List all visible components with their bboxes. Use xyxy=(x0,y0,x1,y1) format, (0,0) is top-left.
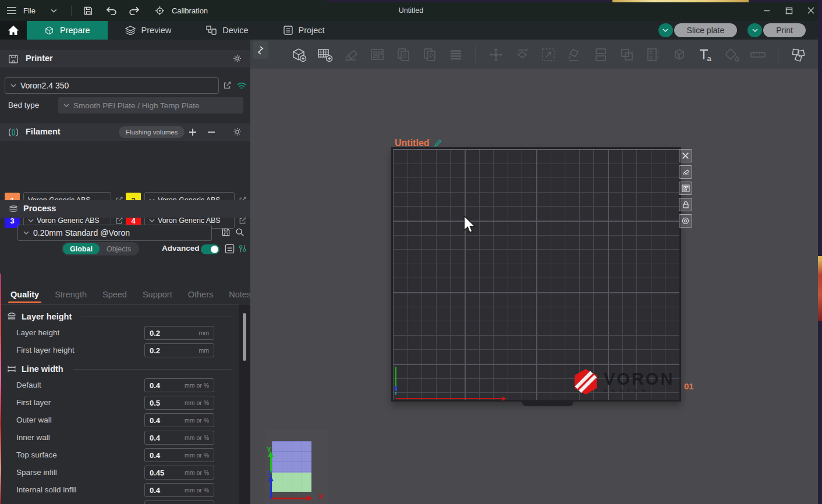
device-icon xyxy=(206,26,217,35)
param-input[interactable]: 0.4mm or % xyxy=(144,448,214,462)
process-tab-strength[interactable]: Strength xyxy=(55,290,87,299)
chevron-down-icon[interactable] xyxy=(747,23,762,37)
tab-device[interactable]: Device xyxy=(189,21,265,40)
param-row: Support0.4mm or % xyxy=(0,501,239,504)
param-input[interactable]: 0.45mm or % xyxy=(144,466,214,480)
calibration-icon[interactable] xyxy=(155,6,165,16)
project-icon xyxy=(284,26,293,35)
print-button[interactable]: Print xyxy=(747,23,806,37)
scrollbar-track[interactable] xyxy=(239,305,250,504)
rotate-button xyxy=(511,44,533,66)
orient-plate-button[interactable] xyxy=(679,165,692,179)
compare-presets-icon[interactable] xyxy=(238,244,247,254)
desktop-edge-right xyxy=(818,0,822,504)
save-preset-icon[interactable] xyxy=(221,228,231,237)
toolbar-separator xyxy=(476,46,476,63)
bed-type-select[interactable]: Smooth PEI Plate / High Temp Plate xyxy=(58,97,243,113)
build-plate[interactable] xyxy=(391,147,681,402)
logo-subtitle: DESIGN xyxy=(604,388,674,393)
add-plate-button[interactable] xyxy=(314,44,336,66)
undo-icon[interactable] xyxy=(106,6,117,15)
close-button[interactable] xyxy=(800,0,822,21)
assembly-button[interactable] xyxy=(787,44,809,66)
tab-prepare[interactable]: Prepare xyxy=(27,21,108,40)
param-input[interactable]: 0.4mm or % xyxy=(144,431,214,445)
flushing-volumes-button[interactable]: Flushing volumes xyxy=(119,126,185,138)
save-icon[interactable] xyxy=(83,6,93,16)
param-row: Inner wall0.4mm or % xyxy=(0,431,239,445)
desktop-edge-right-highlight xyxy=(818,256,822,321)
printer-preset-select[interactable]: Voron2.4 350 xyxy=(5,77,219,94)
tab-preview[interactable]: Preview xyxy=(108,21,189,40)
lock-plate-button[interactable] xyxy=(679,198,692,211)
chevron-down-icon xyxy=(63,104,69,107)
search-icon[interactable] xyxy=(235,228,245,237)
collapse-sidebar-button[interactable] xyxy=(253,41,268,59)
lay-on-face-button xyxy=(564,44,586,66)
add-object-button[interactable] xyxy=(288,44,310,66)
home-button[interactable] xyxy=(0,21,27,40)
chevron-down-icon[interactable] xyxy=(51,9,57,13)
calibration-menu[interactable]: Calibration xyxy=(172,6,208,15)
process-tab-speed[interactable]: Speed xyxy=(102,290,127,299)
file-menu[interactable]: File xyxy=(23,6,36,15)
edit-printer-icon[interactable] xyxy=(222,81,232,90)
plate-name-label[interactable]: Untitled xyxy=(395,138,442,148)
arrange-plate-button[interactable] xyxy=(679,182,692,195)
scale-button xyxy=(537,44,559,66)
filament-icon xyxy=(8,127,19,137)
process-tab-quality[interactable]: Quality xyxy=(10,290,39,299)
scope-global[interactable]: Global xyxy=(63,243,100,254)
param-input[interactable]: 0.5mm or % xyxy=(144,396,214,410)
param-input[interactable]: 0.2mm xyxy=(144,343,214,357)
color-painting-icon xyxy=(723,46,740,63)
filament-section-title: Filament xyxy=(26,127,61,136)
tab-project[interactable]: Project xyxy=(266,21,342,40)
process-tabs: QualityStrengthSpeedSupportOthersNotes xyxy=(10,290,251,299)
text-shape-button[interactable]: a xyxy=(695,44,717,66)
measure-button xyxy=(747,44,769,66)
plate-settings-button[interactable] xyxy=(679,214,692,228)
chevron-down-icon xyxy=(149,219,155,222)
advanced-toggle[interactable] xyxy=(201,244,219,254)
split-objects-button xyxy=(590,44,612,66)
x-arrowhead xyxy=(307,495,313,501)
scope-objects[interactable]: Objects xyxy=(100,243,138,254)
auto-orient-button xyxy=(340,44,362,66)
slice-plate-button[interactable]: Slice plate xyxy=(658,23,738,37)
param-input[interactable]: 0.4mm or % xyxy=(144,413,214,427)
x-axis-line xyxy=(396,398,502,399)
workspace-tabs: PreparePreviewDeviceProject xyxy=(27,21,342,40)
z-axis-line xyxy=(395,386,397,391)
scrollbar-thumb[interactable] xyxy=(243,313,246,361)
svg-text:0: 0 xyxy=(403,53,407,59)
hamburger-icon[interactable] xyxy=(7,7,16,14)
process-tab-others[interactable]: Others xyxy=(188,290,214,299)
auto-orient-icon xyxy=(342,46,360,63)
param-input[interactable]: 0.2mm xyxy=(144,326,214,340)
process-preset-select[interactable]: 0.20mm Standard @Voron xyxy=(17,225,212,241)
param-input[interactable]: 0.4mm or % xyxy=(144,483,214,497)
sidebar: Printer Voron2.4 350 Bed type Smooth PEI… xyxy=(0,40,250,504)
process-tab-notes[interactable]: Notes xyxy=(229,290,251,299)
chevron-down-icon[interactable] xyxy=(658,23,673,37)
remove-filament-button[interactable] xyxy=(207,128,215,136)
x-axis-arrow xyxy=(271,498,307,499)
wifi-icon[interactable] xyxy=(236,82,247,90)
paste-button: P xyxy=(419,44,441,66)
gear-icon[interactable] xyxy=(232,127,242,137)
add-filament-button[interactable] xyxy=(189,128,197,136)
param-input[interactable]: 0.4mm or % xyxy=(144,378,214,392)
pencil-icon[interactable] xyxy=(434,139,442,147)
param-input[interactable]: 0.4mm or % xyxy=(144,501,214,504)
list-settings-icon[interactable] xyxy=(225,244,235,254)
maximize-button[interactable] xyxy=(778,0,800,21)
process-tab-support[interactable]: Support xyxy=(143,290,172,299)
divider xyxy=(73,369,232,370)
delete-plate-button[interactable] xyxy=(679,149,692,162)
redo-icon[interactable] xyxy=(129,6,140,15)
add-object-icon xyxy=(290,46,307,63)
minimize-button[interactable] xyxy=(756,0,778,21)
assembly-icon xyxy=(789,46,807,63)
gear-icon[interactable] xyxy=(232,54,242,63)
